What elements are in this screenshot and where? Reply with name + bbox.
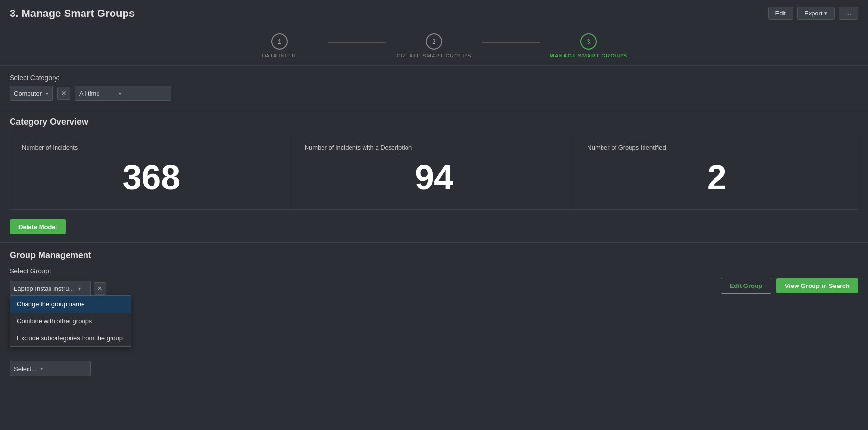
category-clear-button[interactable]: ✕ — [57, 87, 70, 100]
bottom-select-row: Select... ▾ — [10, 361, 106, 376]
dropdown-item-exclude[interactable]: Exclude subcategories from the group — [10, 330, 131, 346]
dropdown-item-change-name[interactable]: Change the group name — [10, 296, 131, 313]
metric-incidents-value: 368 — [22, 160, 281, 195]
page-title: 3. Manage Smart Groups — [10, 7, 135, 20]
view-group-button[interactable]: View Group in Search — [776, 278, 858, 293]
category-chevron-icon: ▾ — [46, 91, 48, 96]
time-select[interactable]: All time Last 7 days Last 30 days Last 9… — [79, 90, 117, 97]
bottom-select[interactable]: Select... — [14, 365, 39, 373]
group-management-section: Group Management Select Group: Laptop In… — [0, 243, 868, 384]
edit-group-button[interactable]: Edit Group — [721, 278, 771, 294]
page-header: 3. Manage Smart Groups Edit Export ▾ ... — [0, 0, 868, 25]
group-chevron-icon: ▾ — [78, 286, 81, 291]
metrics-row: Number of Incidents 368 Number of Incide… — [10, 134, 858, 210]
group-select-wrap[interactable]: Laptop Install Instru... ▾ — [10, 281, 91, 296]
stepper-section: 1 DATA INPUT 2 CREATE SMART GROUPS 3 MAN… — [0, 25, 868, 66]
step-3-label: MANAGE SMART GROUPS — [550, 53, 628, 58]
dropdown-item-combine[interactable]: Combine with other groups — [10, 313, 131, 330]
select-category-label: Select Category: — [10, 74, 858, 82]
select-category-section: Select Category: Computer Hardware Softw… — [0, 66, 868, 109]
metric-incidents-label: Number of Incidents — [22, 144, 281, 151]
group-clear-button[interactable]: ✕ — [94, 282, 106, 295]
group-select-controls: Laptop Install Instru... ▾ ✕ — [10, 281, 106, 296]
step-2-circle: 2 — [426, 33, 442, 50]
export-button[interactable]: Export ▾ — [797, 7, 835, 20]
more-button[interactable]: ... — [839, 7, 858, 20]
metric-incidents-desc-label: Number of Incidents with a Description — [305, 144, 564, 151]
metric-card-incidents-desc: Number of Incidents with a Description 9… — [293, 134, 576, 209]
stepper: 1 DATA INPUT 2 CREATE SMART GROUPS 3 MAN… — [231, 33, 637, 58]
header-actions: Edit Export ▾ ... — [768, 7, 858, 20]
category-select-wrap[interactable]: Computer Hardware Software ▾ — [10, 86, 53, 101]
category-select[interactable]: Computer Hardware Software — [14, 90, 44, 97]
group-select-row: Select Group: Laptop Install Instru... ▾… — [10, 267, 858, 376]
time-select-wrap[interactable]: All time Last 7 days Last 30 days Last 9… — [75, 86, 171, 101]
group-actions-right: Edit Group View Group in Search — [721, 267, 858, 294]
group-management-title: Group Management — [10, 250, 858, 260]
category-overview-title: Category Overview — [10, 117, 858, 127]
metric-card-groups: Number of Groups Identified 2 — [575, 134, 858, 209]
step-2-label: CREATE SMART GROUPS — [397, 53, 472, 58]
metric-incidents-desc-value: 94 — [305, 160, 564, 195]
time-chevron-icon: ▾ — [119, 91, 121, 96]
bottom-select-wrap[interactable]: Select... ▾ — [10, 361, 91, 376]
bottom-select-chevron-icon: ▾ — [41, 366, 43, 372]
delete-model-row: Delete Model — [0, 217, 868, 242]
step-connector-1 — [328, 42, 386, 43]
step-1-circle: 1 — [271, 33, 288, 50]
group-select-left: Select Group: Laptop Install Instru... ▾… — [10, 267, 106, 376]
select-category-row: Computer Hardware Software ▾ ✕ All time … — [10, 86, 858, 101]
step-1[interactable]: 1 DATA INPUT — [231, 33, 328, 58]
step-2[interactable]: 2 CREATE SMART GROUPS — [386, 33, 482, 58]
metric-groups-label: Number of Groups Identified — [587, 144, 846, 151]
select-group-label: Select Group: — [10, 267, 106, 275]
metric-groups-value: 2 — [587, 160, 846, 195]
edit-button[interactable]: Edit — [768, 7, 793, 20]
category-overview-section: Category Overview Number of Incidents 36… — [0, 109, 868, 217]
group-dropdown-menu: Change the group name Combine with other… — [10, 295, 131, 347]
delete-model-button[interactable]: Delete Model — [10, 219, 66, 234]
step-connector-2 — [482, 42, 540, 43]
step-3[interactable]: 3 MANAGE SMART GROUPS — [540, 33, 637, 58]
step-3-circle: 3 — [580, 33, 597, 50]
group-select[interactable]: Laptop Install Instru... — [14, 285, 76, 292]
step-1-label: DATA INPUT — [262, 53, 297, 58]
metric-card-incidents: Number of Incidents 368 — [10, 134, 293, 209]
